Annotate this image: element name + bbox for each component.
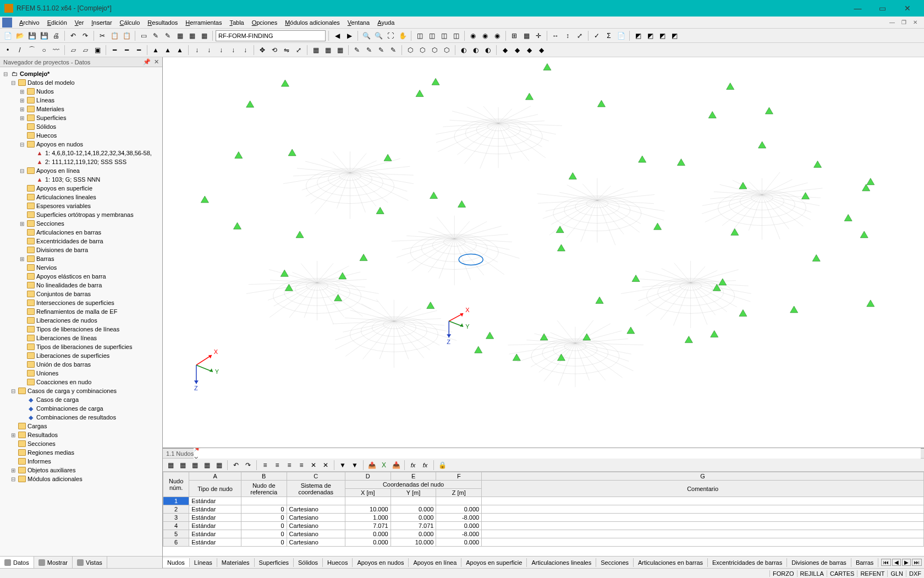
mdi-minimize[interactable]: — bbox=[887, 18, 897, 26]
tree-item[interactable]: Tipos de liberaciones de líneas bbox=[0, 325, 162, 334]
table-tab[interactable]: Huecos bbox=[323, 558, 353, 567]
load-icon[interactable]: ↓ bbox=[228, 45, 239, 56]
tree-item[interactable]: No linealidades de barra bbox=[0, 281, 162, 290]
results-icon[interactable]: ◐ bbox=[470, 45, 481, 56]
tree-item[interactable]: Refinamientos de malla de EF bbox=[0, 307, 162, 316]
member-icon[interactable]: ━ bbox=[133, 45, 144, 56]
edit-icon[interactable]: ✎ bbox=[364, 45, 375, 56]
edit-icon[interactable]: ✎ bbox=[351, 45, 362, 56]
status-cell[interactable]: FORZO bbox=[769, 570, 797, 577]
table-tool-icon[interactable]: ▦ bbox=[201, 460, 212, 471]
fx-icon[interactable]: fx bbox=[420, 460, 431, 471]
tree-item[interactable]: ⊞Superficies bbox=[0, 113, 162, 122]
tree-item[interactable]: Liberaciones de superficies bbox=[0, 351, 162, 360]
menu-tabla[interactable]: Tabla bbox=[226, 18, 248, 27]
tree-item[interactable]: ◆Combinaciones de carga bbox=[0, 404, 162, 413]
tree-item[interactable]: Nervios bbox=[0, 263, 162, 272]
table-tab[interactable]: Materiales bbox=[217, 558, 255, 567]
save-icon[interactable]: 💾 bbox=[26, 30, 37, 41]
menu-opciones[interactable]: Opciones bbox=[248, 18, 281, 27]
table-row[interactable]: 2Estándar0Cartesiano10.0000.0000.000 bbox=[163, 505, 924, 514]
axis-icon[interactable]: ✛ bbox=[533, 30, 544, 41]
table-tab[interactable]: Articulaciones lineales bbox=[527, 558, 596, 567]
load-icon[interactable]: ↓ bbox=[216, 45, 227, 56]
view-icon[interactable]: ◫ bbox=[450, 30, 461, 41]
redo-icon[interactable]: ↷ bbox=[243, 460, 254, 471]
node-icon[interactable]: • bbox=[2, 45, 13, 56]
tab-prev-icon[interactable]: ◀ bbox=[892, 559, 901, 566]
tree-item[interactable]: Espesores variables bbox=[0, 201, 162, 210]
row-tool-icon[interactable]: ✕ bbox=[308, 460, 319, 471]
lock-icon[interactable]: 🔒 bbox=[437, 460, 448, 471]
tree-item[interactable]: Apoyos en superficie bbox=[0, 184, 162, 193]
check-icon[interactable]: ✓ bbox=[591, 30, 602, 41]
tree-item[interactable]: ⊞Nudos bbox=[0, 87, 162, 96]
menu-edición[interactable]: Edición bbox=[43, 18, 71, 27]
table-tab[interactable]: Divisiones de barras bbox=[787, 558, 851, 567]
misc-icon[interactable]: ◆ bbox=[536, 45, 547, 56]
surface-icon[interactable]: ▱ bbox=[80, 45, 91, 56]
row-tool-icon[interactable]: ≡ bbox=[272, 460, 283, 471]
view3d-icon[interactable]: ⬡ bbox=[441, 45, 452, 56]
tree-item[interactable]: Huecos bbox=[0, 131, 162, 140]
table-tab[interactable]: Barras bbox=[851, 558, 878, 567]
table-row[interactable]: 5Estándar0Cartesiano0.0000.000-8.000 bbox=[163, 530, 924, 538]
menu-ayuda[interactable]: Ayuda bbox=[373, 18, 398, 27]
export-icon[interactable]: 📤 bbox=[366, 460, 377, 471]
tree-item[interactable]: Excentricidades de barra bbox=[0, 237, 162, 246]
display-icon[interactable]: ◩ bbox=[657, 30, 668, 41]
pin-icon[interactable]: 📌 bbox=[143, 58, 151, 66]
open-icon[interactable]: 📂 bbox=[14, 30, 25, 41]
display-icon[interactable]: ◩ bbox=[632, 30, 644, 41]
table-row[interactable]: 6Estándar0Cartesiano0.00010.0000.000 bbox=[163, 538, 924, 547]
dim-icon[interactable]: ↕ bbox=[562, 30, 573, 41]
table-row[interactable]: 1Estándar bbox=[163, 497, 924, 505]
view-icon[interactable]: ◫ bbox=[414, 30, 425, 41]
tree-item[interactable]: ⊞Barras bbox=[0, 254, 162, 263]
arc-icon[interactable]: ⌒ bbox=[26, 45, 37, 56]
tab-mostrar[interactable]: Mostrar bbox=[34, 557, 73, 568]
excel-icon[interactable]: X bbox=[378, 460, 389, 471]
results-icon[interactable]: ◐ bbox=[482, 45, 493, 56]
snap-icon[interactable]: ⊞ bbox=[509, 30, 520, 41]
tree-item[interactable]: Superficies ortótropas y membranas bbox=[0, 210, 162, 219]
report-icon[interactable]: 📄 bbox=[615, 30, 626, 41]
solid-icon[interactable]: ▣ bbox=[92, 45, 103, 56]
close-icon[interactable]: ✕ bbox=[154, 58, 159, 66]
view-icon[interactable]: ◫ bbox=[426, 30, 437, 41]
table-tab[interactable]: Apoyos en superficie bbox=[461, 558, 527, 567]
circle-icon[interactable]: ○ bbox=[38, 45, 50, 56]
tree-item[interactable]: Uniones bbox=[0, 369, 162, 378]
support-icon[interactable]: ▲ bbox=[150, 45, 161, 56]
tree-item[interactable]: Liberaciones de nudos bbox=[0, 316, 162, 325]
tree-item[interactable]: ⊟Apoyos en nudos bbox=[0, 140, 162, 149]
tab-last-icon[interactable]: ⏭ bbox=[912, 559, 922, 566]
edit-icon[interactable]: ✎ bbox=[388, 45, 399, 56]
table-tab[interactable]: Líneas bbox=[190, 558, 217, 567]
table-tool-icon[interactable]: ▦ bbox=[177, 460, 188, 471]
tree-item[interactable]: Regiones medias bbox=[0, 448, 162, 457]
zoom-window-icon[interactable]: ⛶ bbox=[385, 30, 396, 41]
view3d-icon[interactable]: ⬡ bbox=[405, 45, 416, 56]
fx-icon[interactable]: fx bbox=[408, 460, 419, 471]
table-tab[interactable]: Sólidos bbox=[294, 558, 323, 567]
rotate-icon[interactable]: ⟲ bbox=[269, 45, 280, 56]
navigator-tree[interactable]: ⊟ 🗀 Complejo* ⊟Datos del modelo⊞Nudos⊞Lí… bbox=[0, 67, 162, 556]
member-icon[interactable]: ━ bbox=[121, 45, 132, 56]
mdi-close[interactable]: ✕ bbox=[911, 18, 920, 26]
menu-herramientas[interactable]: Herramientas bbox=[182, 18, 226, 27]
mesh-icon[interactable]: ▦ bbox=[310, 45, 321, 56]
tree-item[interactable]: Articulaciones en barras bbox=[0, 228, 162, 237]
minimize-button[interactable]: — bbox=[845, 1, 870, 17]
row-tool-icon[interactable]: ≡ bbox=[296, 460, 307, 471]
tab-next-icon[interactable]: ▶ bbox=[902, 559, 911, 566]
support-icon[interactable]: ▲ bbox=[174, 45, 185, 56]
status-cell[interactable]: REFENT bbox=[857, 570, 887, 577]
paste-icon[interactable]: 📋 bbox=[121, 30, 132, 41]
member-icon[interactable]: ━ bbox=[109, 45, 120, 56]
tree-item[interactable]: Sólidos bbox=[0, 122, 162, 131]
tree-item[interactable]: ⊞Resultados bbox=[0, 430, 162, 439]
tab-datos[interactable]: Datos bbox=[0, 557, 34, 568]
tree-item[interactable]: ⊟Casos de carga y combinaciones bbox=[0, 386, 162, 395]
row-tool-icon[interactable]: ✕ bbox=[320, 460, 331, 471]
